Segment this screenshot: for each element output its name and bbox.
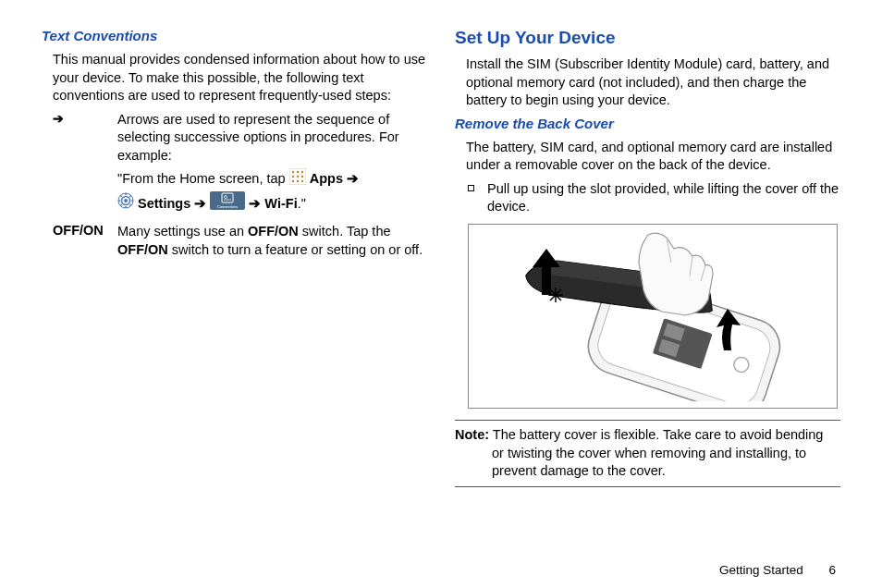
svg-line-17 xyxy=(120,196,121,197)
heading-setup-device: Set Up Your Device xyxy=(455,28,840,48)
example-prefix: "From the Home screen, tap xyxy=(117,171,289,186)
para-conventions-intro: This manual provides condensed informati… xyxy=(53,51,427,105)
convention-offon-row: OFF/ON Many settings use an OFF/ON switc… xyxy=(53,223,427,259)
svg-line-18 xyxy=(129,205,130,206)
svg-point-2 xyxy=(296,171,298,173)
footer-page-number: 6 xyxy=(828,563,836,577)
example-sequence: "From the Home screen, tap Apps ➔ xyxy=(117,167,427,217)
note-label: Note: xyxy=(455,427,489,442)
example-suffix: ." xyxy=(298,196,306,211)
bullet-pull-cover: Pull up using the slot provided, while l… xyxy=(468,180,840,216)
remove-cover-illustration xyxy=(468,224,838,409)
arrow-description: Arrows are used to represent the sequenc… xyxy=(117,111,427,165)
svg-point-8 xyxy=(296,180,298,182)
note-text-line1: The battery cover is flexible. Take care… xyxy=(489,427,823,442)
arrow-1: ➔ xyxy=(347,171,359,186)
heading-text-conventions: Text Conventions xyxy=(42,28,427,43)
footer-section: Getting Started xyxy=(719,563,803,577)
svg-text:Connections: Connections xyxy=(217,204,238,209)
svg-point-1 xyxy=(291,171,293,173)
offon-label: OFF/ON xyxy=(53,223,117,259)
note-block: Note: The battery cover is flexible. Tak… xyxy=(455,420,840,487)
para-setup-intro: Install the SIM (Subscriber Identity Mod… xyxy=(466,55,840,110)
convention-arrow-row: ➔ Arrows are used to represent the seque… xyxy=(53,111,427,217)
connections-tab-icon: Connections xyxy=(210,191,245,217)
apps-label: Apps xyxy=(310,171,347,186)
arrow-3: ➔ Wi-Fi xyxy=(249,196,297,211)
heading-remove-cover: Remove the Back Cover xyxy=(455,116,840,131)
svg-point-9 xyxy=(300,180,302,182)
settings-gear-icon xyxy=(117,192,134,216)
svg-line-19 xyxy=(120,205,121,206)
svg-point-7 xyxy=(291,180,293,182)
svg-point-12 xyxy=(124,199,128,202)
svg-point-4 xyxy=(291,176,293,178)
settings-label: Settings xyxy=(138,196,194,211)
page-footer: Getting Started 6 xyxy=(719,563,836,577)
arrow-icon: ➔ xyxy=(53,111,64,126)
svg-line-20 xyxy=(129,196,130,197)
apps-grid-icon xyxy=(289,168,306,192)
note-text-line2: or twisting the cover when removing and … xyxy=(492,445,840,481)
arrow-2: ➔ xyxy=(194,196,206,211)
bullet-text: Pull up using the slot provided, while l… xyxy=(487,180,840,216)
svg-point-5 xyxy=(296,176,298,178)
square-bullet-icon xyxy=(468,185,474,191)
svg-point-6 xyxy=(300,176,302,178)
para-remove-cover: The battery, SIM card, and optional memo… xyxy=(466,139,840,175)
offon-description: Many settings use an OFF/ON switch. Tap … xyxy=(117,223,427,259)
svg-point-3 xyxy=(300,171,302,173)
